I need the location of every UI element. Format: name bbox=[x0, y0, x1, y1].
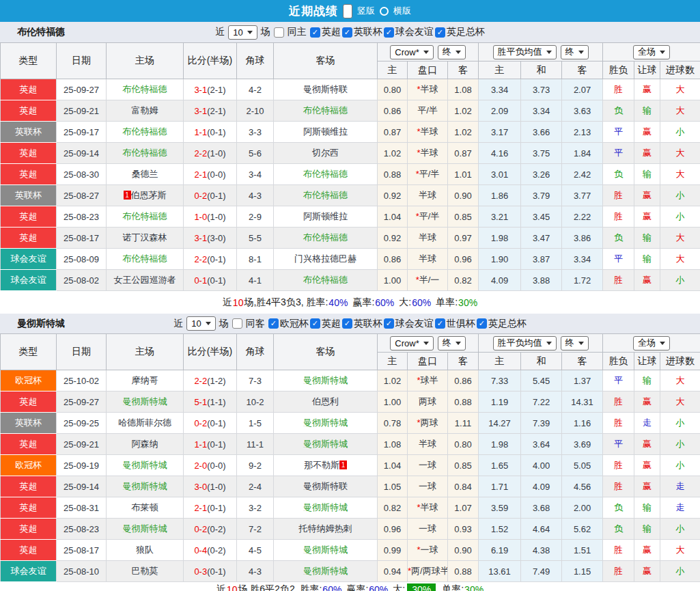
home-team[interactable]: 阿森纳 bbox=[107, 434, 184, 455]
home-team[interactable]: 摩纳哥 bbox=[107, 370, 184, 391]
league-checkbox[interactable]: ✓ bbox=[342, 318, 352, 329]
league-checkbox-label[interactable]: 球会友谊 bbox=[395, 318, 434, 330]
away-team[interactable]: 曼彻斯特联 bbox=[274, 476, 378, 497]
match-row[interactable]: 英超 25-09-14 曼彻斯特城 3-0(1-0) 2-4 曼彻斯特联 1.0… bbox=[1, 476, 700, 497]
home-team[interactable]: 女王公园巡游者 bbox=[107, 270, 184, 291]
league-checkbox[interactable]: ✓ bbox=[384, 318, 394, 329]
match-row[interactable]: 英超 25-09-21 富勒姆 3-1(2-1) 2-10 布伦特福德 0.86… bbox=[1, 100, 700, 122]
home-team[interactable]: 布伦特福德 bbox=[107, 79, 184, 100]
home-team[interactable]: 1伯恩茅斯 bbox=[107, 185, 184, 206]
away-team[interactable]: 切尔西 bbox=[274, 143, 378, 164]
home-team[interactable]: 布莱顿 bbox=[107, 497, 184, 519]
horizontal-layout-radio[interactable] bbox=[380, 7, 389, 16]
match-row[interactable]: 英超 25-08-23 布伦特福德 1-0(1-0) 2-9 阿斯顿维拉 1.0… bbox=[1, 206, 700, 228]
home-team[interactable]: 布伦特福德 bbox=[107, 143, 184, 164]
home-team[interactable]: 曼彻斯特城 bbox=[107, 476, 184, 497]
league-checkbox[interactable]: ✓ bbox=[342, 27, 352, 38]
home-team[interactable]: 曼彻斯特城 bbox=[107, 391, 184, 413]
league-checkbox-label[interactable]: 英联杯 bbox=[354, 318, 382, 330]
home-team[interactable]: 曼彻斯特城 bbox=[107, 519, 184, 540]
away-team[interactable]: 曼彻斯特城 bbox=[274, 413, 378, 434]
league-checkbox[interactable]: ✓ bbox=[310, 27, 320, 38]
match-count-select[interactable]: 10 bbox=[186, 316, 215, 331]
away-team[interactable]: 阿斯顿维拉 bbox=[274, 206, 378, 228]
avg-odds-select[interactable]: 胜平负均值 bbox=[493, 336, 557, 351]
match-row[interactable]: 英超 25-08-17 狼队 0-4(0-2) 4-5 曼彻斯特城 0.99 *… bbox=[1, 540, 700, 561]
away-team[interactable]: 曼彻斯特城 bbox=[274, 497, 378, 519]
vertical-layout-radio[interactable] bbox=[343, 4, 352, 18]
away-team[interactable]: 阿斯顿维拉 bbox=[274, 122, 378, 143]
home-team[interactable]: 桑德兰 bbox=[107, 164, 184, 185]
away-team[interactable]: 曼彻斯特联 bbox=[274, 79, 378, 100]
match-row[interactable]: 英超 25-09-21 阿森纳 1-1(0-1) 11-1 曼彻斯特城 1.08… bbox=[1, 434, 700, 455]
league-checkbox-label[interactable]: 英足总杯 bbox=[447, 26, 485, 38]
home-team[interactable]: 哈德斯菲尔德 bbox=[107, 413, 184, 434]
match-row[interactable]: 欧冠杯 25-10-02 摩纳哥 2-2(1-2) 7-3 曼彻斯特城 1.02… bbox=[1, 370, 700, 391]
avg-final-select[interactable]: 终 bbox=[561, 45, 589, 59]
away-team[interactable]: 曼彻斯特城 bbox=[274, 370, 378, 391]
away-team[interactable]: 那不勒斯1 bbox=[274, 455, 378, 476]
result-goals: 小 bbox=[660, 413, 700, 434]
match-row[interactable]: 英超 25-09-27 曼彻斯特城 5-1(1-1) 10-2 伯恩利 1.00… bbox=[1, 391, 700, 413]
match-row[interactable]: 英超 25-08-23 曼彻斯特城 0-2(0-2) 7-2 托特纳姆热刺 0.… bbox=[1, 519, 700, 540]
match-row[interactable]: 英联杯 25-09-17 布伦特福德 1-1(0-1) 3-3 阿斯顿维拉 0.… bbox=[1, 122, 700, 143]
vertical-layout-label[interactable]: 竖版 bbox=[357, 5, 375, 17]
league-checkbox[interactable]: ✓ bbox=[435, 27, 445, 38]
league-checkbox-label[interactable]: 英足总杯 bbox=[488, 318, 527, 330]
scope-select[interactable]: 全场 bbox=[633, 45, 670, 59]
league-checkbox[interactable]: ✓ bbox=[268, 318, 279, 329]
odds-final-select[interactable]: 终 bbox=[438, 336, 466, 351]
league-checkbox-label[interactable]: 世俱杯 bbox=[447, 318, 475, 330]
away-team[interactable]: 布伦特福德 bbox=[274, 270, 378, 291]
match-row[interactable]: 球会友谊 25-08-10 巴勒莫 0-3(0-1) 4-3 曼彻斯特城 0.9… bbox=[1, 561, 700, 582]
match-row[interactable]: 英超 25-08-31 布莱顿 2-1(0-1) 3-2 曼彻斯特城 0.82 … bbox=[1, 497, 700, 519]
home-team[interactable]: 诺丁汉森林 bbox=[107, 228, 184, 249]
home-team[interactable]: 布伦特福德 bbox=[107, 206, 184, 228]
odds-final-select[interactable]: 终 bbox=[438, 45, 466, 59]
match-row[interactable]: 英超 25-08-17 诺丁汉森林 3-1(3-0) 5-5 布伦特福德 0.9… bbox=[1, 228, 700, 249]
match-row[interactable]: 英超 25-09-27 布伦特福德 3-1(2-1) 4-2 曼彻斯特联 0.8… bbox=[1, 79, 700, 100]
league-checkbox-label[interactable]: 英超 bbox=[322, 318, 341, 330]
league-checkbox-label[interactable]: 球会友谊 bbox=[395, 26, 434, 38]
away-team[interactable]: 曼彻斯特城 bbox=[274, 561, 378, 582]
home-team[interactable]: 狼队 bbox=[107, 540, 184, 561]
avg-odds-select[interactable]: 胜平负均值 bbox=[493, 45, 557, 59]
away-team[interactable]: 伯恩利 bbox=[274, 391, 378, 413]
league-checkbox[interactable]: ✓ bbox=[435, 318, 445, 329]
league-checkbox-label[interactable]: 欧冠杯 bbox=[280, 318, 309, 330]
match-row[interactable]: 英联杯 25-08-27 1伯恩茅斯 0-2(0-1) 4-3 布伦特福德 0.… bbox=[1, 185, 700, 206]
league-checkbox[interactable]: ✓ bbox=[477, 318, 487, 329]
home-team[interactable]: 巴勒莫 bbox=[107, 561, 184, 582]
match-row[interactable]: 英超 25-09-14 布伦特福德 2-2(1-0) 5-6 切尔西 1.02 … bbox=[1, 143, 700, 164]
home-team[interactable]: 富勒姆 bbox=[107, 100, 184, 122]
horizontal-layout-label[interactable]: 横版 bbox=[393, 5, 411, 17]
home-team[interactable]: 曼彻斯特城 bbox=[107, 455, 184, 476]
away-team[interactable]: 曼彻斯特城 bbox=[274, 540, 378, 561]
away-team[interactable]: 布伦特福德 bbox=[274, 100, 378, 122]
result-handicap: 赢 bbox=[634, 270, 660, 291]
same-venue-checkbox[interactable] bbox=[232, 318, 242, 329]
away-team[interactable]: 曼彻斯特城 bbox=[274, 434, 378, 455]
match-row[interactable]: 英超 25-08-30 桑德兰 2-1(0-0) 3-4 布伦特福德 0.88 … bbox=[1, 164, 700, 185]
match-row[interactable]: 球会友谊 25-08-02 女王公园巡游者 0-1(0-1) 4-1 布伦特福德… bbox=[1, 270, 700, 291]
match-row[interactable]: 球会友谊 25-08-09 布伦特福德 2-2(0-1) 8-1 门兴格拉德巴赫… bbox=[1, 249, 700, 270]
match-row[interactable]: 英联杯 25-09-25 哈德斯菲尔德 0-2(0-1) 1-5 曼彻斯特城 0… bbox=[1, 413, 700, 434]
league-checkbox-label[interactable]: 英超 bbox=[322, 26, 341, 38]
match-count-select[interactable]: 10 bbox=[228, 25, 257, 40]
same-venue-checkbox[interactable] bbox=[274, 27, 284, 38]
away-team[interactable]: 布伦特福德 bbox=[274, 164, 378, 185]
league-checkbox[interactable]: ✓ bbox=[310, 318, 320, 329]
home-team[interactable]: 布伦特福德 bbox=[107, 122, 184, 143]
away-team[interactable]: 门兴格拉德巴赫 bbox=[274, 249, 378, 270]
away-team[interactable]: 布伦特福德 bbox=[274, 185, 378, 206]
league-checkbox-label[interactable]: 英联杯 bbox=[354, 26, 382, 38]
league-checkbox[interactable]: ✓ bbox=[384, 27, 394, 38]
scope-select[interactable]: 全场 bbox=[633, 336, 670, 351]
match-row[interactable]: 欧冠杯 25-09-19 曼彻斯特城 2-0(0-0) 9-2 那不勒斯1 1.… bbox=[1, 455, 700, 476]
home-team[interactable]: 布伦特福德 bbox=[107, 249, 184, 270]
odds-provider-select[interactable]: Crow* bbox=[390, 45, 433, 59]
away-team[interactable]: 布伦特福德 bbox=[274, 228, 378, 249]
away-team[interactable]: 托特纳姆热刺 bbox=[274, 519, 378, 540]
avg-final-select[interactable]: 终 bbox=[561, 336, 589, 351]
odds-provider-select[interactable]: Crow* bbox=[390, 336, 433, 351]
